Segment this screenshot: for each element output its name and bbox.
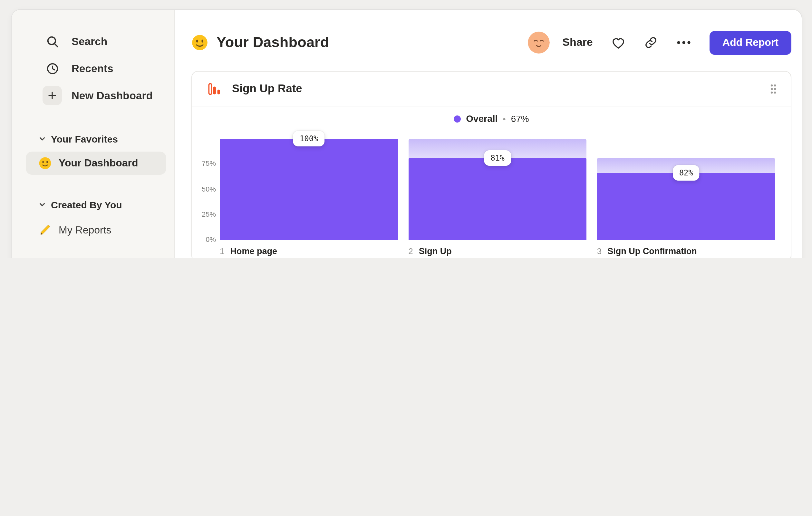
funnel-step-label: 1Home page xyxy=(220,246,398,256)
sidebar-item-my-reports[interactable]: My Reports xyxy=(11,219,174,242)
drag-handle-icon[interactable] xyxy=(767,81,779,97)
copy-link-icon[interactable] xyxy=(644,35,658,50)
funnel-bar-fill[interactable] xyxy=(597,172,775,240)
smiley-emoji xyxy=(39,157,52,170)
sidebar-section-created-by-you[interactable]: Created By You xyxy=(11,197,174,212)
more-options-icon[interactable] xyxy=(676,40,692,45)
sidebar-item-label: Your Dashboard xyxy=(59,157,138,169)
funnel-rate-chip: 82% xyxy=(673,165,700,180)
funnel-step[interactable]: 81%2Sign Up xyxy=(408,139,586,256)
smiley-emoji xyxy=(192,34,208,51)
add-report-button[interactable]: Add Report xyxy=(709,31,791,55)
card-sign-up-rate: Sign Up Rate Overall • 67% 75%50%25%0% 1… xyxy=(192,71,791,258)
sidebar-item-label: Search xyxy=(71,35,107,47)
funnel-rate-chip: 100% xyxy=(293,131,325,146)
funnel-step-number: 1 xyxy=(220,246,224,256)
funnel-step-name: Home page xyxy=(230,246,277,256)
sidebar: Search Recents New Dashboard Your Favori… xyxy=(11,10,175,258)
app-window: Search Recents New Dashboard Your Favori… xyxy=(11,10,802,258)
main-content: Your Dashboard Share A xyxy=(175,10,802,258)
card-title: Sign Up Rate xyxy=(232,82,302,96)
clock-icon xyxy=(42,59,62,78)
dashboard-header: Your Dashboard Share A xyxy=(192,29,791,56)
funnel-step[interactable]: 82%3Sign Up Confirmation xyxy=(597,139,775,256)
sidebar-item-label: My Reports xyxy=(59,224,112,236)
funnel-y-axis: 75%50%25%0% xyxy=(199,139,220,240)
page-title: Your Dashboard xyxy=(216,34,329,51)
dashboard-title-group: Your Dashboard xyxy=(192,34,329,51)
pencil-icon xyxy=(39,224,52,237)
page: Search Recents New Dashboard Your Favori… xyxy=(0,0,812,258)
search-icon xyxy=(42,32,62,51)
sidebar-section-favorites[interactable]: Your Favorites xyxy=(11,131,174,146)
plus-icon xyxy=(42,86,62,105)
sidebar-item-recents[interactable]: Recents xyxy=(11,55,174,82)
legend-dot xyxy=(454,115,461,122)
chevron-down-icon xyxy=(39,201,46,208)
funnel-step[interactable]: 100%1Home page xyxy=(220,139,398,256)
funnel-y-tick: 50% xyxy=(202,185,216,193)
funnel-step-number: 3 xyxy=(597,246,602,256)
card-header: Sign Up Rate xyxy=(192,72,791,106)
funnel-step-name: Sign Up Confirmation xyxy=(607,246,697,256)
funnel-step-label: 2Sign Up xyxy=(408,246,586,256)
legend-value: 67% xyxy=(511,113,529,124)
section-label: Your Favorites xyxy=(51,133,118,144)
sidebar-item-label: Recents xyxy=(71,62,113,75)
sidebar-item-label: New Dashboard xyxy=(71,89,153,102)
sidebar-item-new-dashboard[interactable]: New Dashboard xyxy=(11,82,174,109)
funnel-step-name: Sign Up xyxy=(419,246,452,256)
funnel-bars: 100%1Home page81%2Sign Up82%3Sign Up Con… xyxy=(220,139,775,256)
chevron-down-icon xyxy=(39,135,46,142)
funnel-chart: 75%50%25%0% 100%1Home page81%2Sign Up82%… xyxy=(192,131,791,256)
header-actions: Share Add Report xyxy=(527,31,791,55)
section-label: Created By You xyxy=(51,199,122,210)
legend-label: Overall xyxy=(466,113,497,124)
funnel-step-label: 3Sign Up Confirmation xyxy=(597,246,775,256)
share-button[interactable]: Share xyxy=(562,36,593,49)
avatar[interactable] xyxy=(527,32,549,54)
legend-separator: • xyxy=(503,114,506,124)
favorite-heart-icon[interactable] xyxy=(611,35,626,50)
sidebar-item-search[interactable]: Search xyxy=(11,28,174,55)
funnel-y-tick: 75% xyxy=(202,160,216,167)
funnel-rate-chip: 81% xyxy=(484,150,511,166)
funnel-y-tick: 25% xyxy=(202,210,216,218)
funnel-chart-icon xyxy=(205,80,223,98)
sidebar-item-your-dashboard[interactable]: Your Dashboard xyxy=(26,152,166,175)
funnel-bar-fill[interactable] xyxy=(220,139,398,240)
funnel-legend[interactable]: Overall • 67% xyxy=(192,106,791,131)
funnel-bar-fill[interactable] xyxy=(408,158,586,240)
funnel-y-tick: 0% xyxy=(206,236,216,243)
funnel-step-number: 2 xyxy=(408,246,413,256)
